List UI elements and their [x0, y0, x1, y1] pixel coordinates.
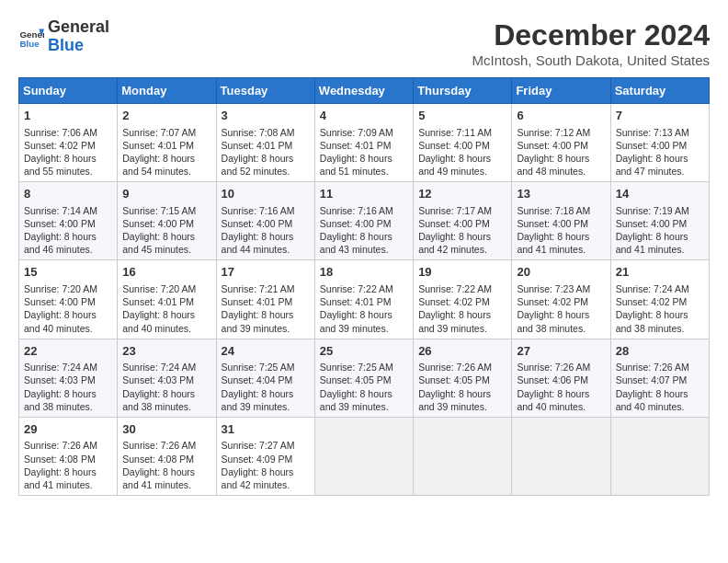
calendar-cell: 14 Sunrise: 7:19 AM Sunset: 4:00 PM Dayl… — [610, 182, 709, 260]
calendar-cell: 13 Sunrise: 7:18 AM Sunset: 4:00 PM Dayl… — [512, 182, 610, 260]
cell-content: 31 Sunrise: 7:27 AM Sunset: 4:09 PM Dayl… — [222, 421, 310, 491]
calendar-cell: 6 Sunrise: 7:12 AM Sunset: 4:00 PM Dayli… — [512, 104, 610, 182]
day-number: 7 — [616, 108, 704, 124]
sunrise-label: Sunrise: 7:06 AM — [24, 127, 97, 138]
location-title: McIntosh, South Dakota, United States — [472, 52, 710, 68]
calendar-cell: 8 Sunrise: 7:14 AM Sunset: 4:00 PM Dayli… — [19, 182, 118, 260]
calendar-cell: 22 Sunrise: 7:24 AM Sunset: 4:03 PM Dayl… — [19, 339, 118, 417]
col-saturday: Saturday — [610, 78, 709, 104]
cell-content: 23 Sunrise: 7:24 AM Sunset: 4:03 PM Dayl… — [122, 343, 210, 413]
col-monday: Monday — [118, 78, 216, 104]
day-number: 19 — [418, 264, 506, 281]
calendar-cell: 4 Sunrise: 7:09 AM Sunset: 4:01 PM Dayli… — [314, 104, 413, 182]
title-area: December 2024 McIntosh, South Dakota, Un… — [472, 18, 710, 68]
daylight-label: Daylight: 8 hours and 47 minutes. — [616, 153, 688, 177]
sunrise-label: Sunrise: 7:08 AM — [222, 127, 295, 138]
daylight-label: Daylight: 8 hours and 39 minutes. — [418, 388, 491, 412]
calendar-cell: 3 Sunrise: 7:08 AM Sunset: 4:01 PM Dayli… — [216, 104, 314, 182]
sunrise-label: Sunrise: 7:22 AM — [418, 283, 492, 294]
sunrise-label: Sunrise: 7:16 AM — [320, 205, 393, 216]
sunset-label: Sunset: 4:00 PM — [122, 218, 194, 229]
logo-icon: General Blue — [18, 24, 44, 50]
calendar-week-row: 1 Sunrise: 7:06 AM Sunset: 4:02 PM Dayli… — [19, 104, 710, 182]
sunrise-label: Sunrise: 7:26 AM — [122, 440, 196, 451]
daylight-label: Daylight: 8 hours and 39 minutes. — [222, 388, 294, 412]
calendar-cell — [414, 417, 512, 495]
calendar-cell: 17 Sunrise: 7:21 AM Sunset: 4:01 PM Dayl… — [216, 260, 314, 339]
calendar-cell: 5 Sunrise: 7:11 AM Sunset: 4:00 PM Dayli… — [414, 104, 512, 182]
cell-content: 9 Sunrise: 7:15 AM Sunset: 4:00 PM Dayli… — [122, 186, 210, 256]
cell-content: 15 Sunrise: 7:20 AM Sunset: 4:00 PM Dayl… — [24, 264, 112, 334]
daylight-label: Daylight: 8 hours and 41 minutes. — [122, 466, 195, 490]
daylight-label: Daylight: 8 hours and 39 minutes. — [320, 309, 392, 333]
calendar-cell: 31 Sunrise: 7:27 AM Sunset: 4:09 PM Dayl… — [216, 417, 314, 495]
daylight-label: Daylight: 8 hours and 39 minutes. — [320, 388, 392, 412]
cell-content: 27 Sunrise: 7:26 AM Sunset: 4:06 PM Dayl… — [517, 343, 605, 413]
sunset-label: Sunset: 4:01 PM — [222, 296, 293, 307]
calendar-cell: 1 Sunrise: 7:06 AM Sunset: 4:02 PM Dayli… — [19, 104, 118, 182]
day-number: 5 — [418, 108, 506, 124]
calendar-cell: 23 Sunrise: 7:24 AM Sunset: 4:03 PM Dayl… — [118, 339, 216, 417]
calendar-cell: 28 Sunrise: 7:26 AM Sunset: 4:07 PM Dayl… — [610, 339, 709, 417]
sunrise-label: Sunrise: 7:19 AM — [616, 205, 689, 216]
sunrise-label: Sunrise: 7:20 AM — [24, 283, 97, 294]
cell-content: 21 Sunrise: 7:24 AM Sunset: 4:02 PM Dayl… — [616, 264, 704, 334]
sunset-label: Sunset: 4:03 PM — [24, 374, 96, 385]
daylight-label: Daylight: 8 hours and 54 minutes. — [122, 153, 195, 177]
daylight-label: Daylight: 8 hours and 55 minutes. — [24, 153, 97, 177]
sunrise-label: Sunrise: 7:26 AM — [616, 362, 689, 373]
day-number: 27 — [517, 343, 605, 360]
sunset-label: Sunset: 4:04 PM — [222, 374, 293, 385]
day-number: 18 — [320, 264, 408, 281]
day-number: 13 — [517, 186, 605, 202]
cell-content: 2 Sunrise: 7:07 AM Sunset: 4:01 PM Dayli… — [122, 108, 210, 178]
sunset-label: Sunset: 4:00 PM — [418, 218, 490, 229]
sunrise-label: Sunrise: 7:24 AM — [24, 362, 97, 373]
cell-content: 1 Sunrise: 7:06 AM Sunset: 4:02 PM Dayli… — [24, 108, 112, 178]
sunset-label: Sunset: 4:00 PM — [517, 218, 588, 229]
sunrise-label: Sunrise: 7:26 AM — [517, 362, 590, 373]
daylight-label: Daylight: 8 hours and 41 minutes. — [517, 231, 589, 255]
calendar-cell: 7 Sunrise: 7:13 AM Sunset: 4:00 PM Dayli… — [610, 104, 709, 182]
sunset-label: Sunset: 4:03 PM — [122, 374, 194, 385]
sunrise-label: Sunrise: 7:26 AM — [24, 440, 97, 451]
sunset-label: Sunset: 4:00 PM — [24, 218, 96, 229]
calendar-table: Sunday Monday Tuesday Wednesday Thursday… — [18, 77, 710, 496]
cell-content: 12 Sunrise: 7:17 AM Sunset: 4:00 PM Dayl… — [418, 186, 506, 256]
day-number: 14 — [616, 186, 704, 202]
daylight-label: Daylight: 8 hours and 52 minutes. — [222, 153, 294, 177]
sunrise-label: Sunrise: 7:13 AM — [616, 127, 689, 138]
cell-content: 10 Sunrise: 7:16 AM Sunset: 4:00 PM Dayl… — [222, 186, 310, 256]
daylight-label: Daylight: 8 hours and 49 minutes. — [418, 153, 491, 177]
calendar-cell: 24 Sunrise: 7:25 AM Sunset: 4:04 PM Dayl… — [216, 339, 314, 417]
cell-content: 13 Sunrise: 7:18 AM Sunset: 4:00 PM Dayl… — [517, 186, 605, 256]
daylight-label: Daylight: 8 hours and 38 minutes. — [122, 388, 195, 412]
day-number: 4 — [320, 108, 408, 124]
sunset-label: Sunset: 4:09 PM — [222, 454, 293, 465]
sunrise-label: Sunrise: 7:09 AM — [320, 127, 393, 138]
sunrise-label: Sunrise: 7:18 AM — [517, 205, 590, 216]
sunset-label: Sunset: 4:02 PM — [418, 296, 490, 307]
sunrise-label: Sunrise: 7:15 AM — [122, 205, 196, 216]
sunset-label: Sunset: 4:00 PM — [320, 218, 392, 229]
day-number: 16 — [122, 264, 210, 281]
col-sunday: Sunday — [19, 78, 118, 104]
cell-content: 25 Sunrise: 7:25 AM Sunset: 4:05 PM Dayl… — [320, 343, 408, 413]
sunset-label: Sunset: 4:08 PM — [122, 454, 194, 465]
sunrise-label: Sunrise: 7:12 AM — [517, 127, 590, 138]
day-number: 6 — [517, 108, 605, 124]
sunrise-label: Sunrise: 7:20 AM — [122, 283, 196, 294]
calendar-week-row: 15 Sunrise: 7:20 AM Sunset: 4:00 PM Dayl… — [19, 260, 710, 339]
day-number: 23 — [122, 343, 210, 360]
sunrise-label: Sunrise: 7:11 AM — [418, 127, 492, 138]
sunrise-label: Sunrise: 7:14 AM — [24, 205, 97, 216]
col-tuesday: Tuesday — [216, 78, 314, 104]
cell-content: 4 Sunrise: 7:09 AM Sunset: 4:01 PM Dayli… — [320, 108, 408, 178]
sunset-label: Sunset: 4:02 PM — [616, 296, 688, 307]
daylight-label: Daylight: 8 hours and 42 minutes. — [418, 231, 491, 255]
sunset-label: Sunset: 4:01 PM — [222, 140, 293, 151]
logo-text: General Blue — [48, 18, 109, 55]
daylight-label: Daylight: 8 hours and 46 minutes. — [24, 231, 97, 255]
calendar-cell: 2 Sunrise: 7:07 AM Sunset: 4:01 PM Dayli… — [118, 104, 216, 182]
daylight-label: Daylight: 8 hours and 38 minutes. — [24, 388, 97, 412]
